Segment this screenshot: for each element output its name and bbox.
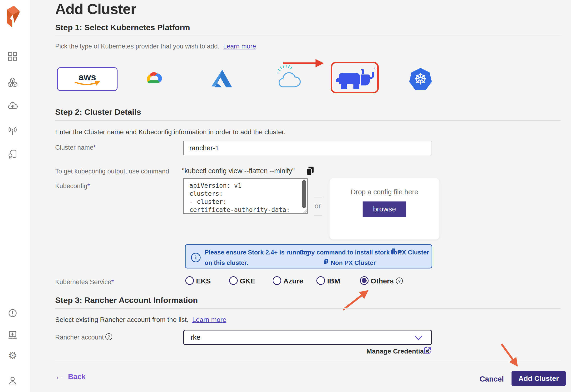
copy-command-icon[interactable] bbox=[305, 166, 315, 176]
sidebar-item-support[interactable] bbox=[7, 330, 18, 341]
rancher-trademark: ® bbox=[374, 67, 375, 70]
kubernetes-service-label: Kubernetes Service* bbox=[55, 279, 114, 286]
step3-heading: Step 3: Rancher Account Information bbox=[55, 295, 198, 305]
radio-gke[interactable] bbox=[229, 276, 238, 285]
kubeconfig-line: - cluster: bbox=[189, 198, 307, 206]
radio-azure[interactable] bbox=[273, 276, 281, 285]
copy-non-px-cluster-icon[interactable] bbox=[323, 258, 329, 265]
kubeconfig-line: apiVersion: v1 bbox=[189, 182, 307, 190]
radio-eks-label[interactable]: EKS bbox=[196, 277, 211, 285]
radio-azure-label[interactable]: Azure bbox=[283, 277, 303, 285]
step3-divider bbox=[55, 308, 560, 309]
kubeconfig-scrollbar[interactable] bbox=[302, 180, 306, 208]
step2-heading: Step 2: Cluster Details bbox=[55, 107, 141, 117]
others-help-icon[interactable]: ? bbox=[396, 278, 403, 284]
aws-icon: aws bbox=[68, 71, 106, 87]
kubeconfig-line: clusters: bbox=[189, 190, 307, 198]
azure-icon bbox=[210, 69, 233, 89]
kubeconfig-textarea[interactable]: apiVersion: v1 clusters: - cluster: cert… bbox=[183, 178, 308, 214]
external-link-icon[interactable] bbox=[423, 346, 432, 355]
page-title: Add Cluster bbox=[55, 0, 136, 17]
back-link[interactable]: ← Back bbox=[55, 373, 86, 381]
add-cluster-button[interactable]: Add Cluster bbox=[511, 371, 566, 386]
manage-credentials-link[interactable]: Manage Credentials bbox=[366, 348, 429, 355]
info-icon: i bbox=[191, 253, 201, 262]
sidebar-item-alerts[interactable] bbox=[7, 308, 18, 318]
kubernetes-icon: ☸ bbox=[414, 68, 427, 90]
or-label: or bbox=[315, 202, 321, 210]
required-marker: * bbox=[93, 144, 96, 151]
dashboard-grid-icon bbox=[7, 51, 18, 62]
radio-others-selected[interactable] bbox=[360, 276, 369, 285]
annotation-arrow-rancher bbox=[281, 57, 330, 69]
cloud-upload-icon bbox=[7, 101, 18, 112]
step1-description-text: Pick the type of Kubernetes provider tha… bbox=[55, 43, 219, 50]
provider-aws[interactable]: aws bbox=[57, 67, 118, 91]
google-cloud-icon bbox=[143, 69, 165, 88]
annotation-arrow-add-cluster bbox=[499, 342, 525, 371]
provider-rancher-selected[interactable]: ® bbox=[331, 62, 379, 93]
sidebar-item-profile[interactable] bbox=[7, 376, 18, 386]
radio-ibm[interactable] bbox=[316, 276, 325, 285]
provider-kubernetes[interactable]: ☸ bbox=[409, 68, 432, 90]
stork-copy-label: Copy command to install stork for: bbox=[299, 249, 402, 256]
cancel-button[interactable]: Cancel bbox=[480, 375, 504, 383]
copy-px-cluster-icon[interactable] bbox=[390, 248, 396, 255]
provider-google-cloud[interactable] bbox=[143, 69, 165, 89]
non-px-cluster-copy-link[interactable]: Non PX Cluster bbox=[331, 259, 376, 266]
rancher-account-value: rke bbox=[191, 333, 201, 341]
rancher-account-label: Rancher account bbox=[55, 334, 104, 341]
cluster-name-input[interactable]: rancher-1 bbox=[183, 141, 432, 155]
sidebar-nav: ⚙ bbox=[0, 0, 30, 392]
required-marker: * bbox=[111, 279, 114, 286]
rancher-account-help-icon[interactable]: ? bbox=[105, 333, 112, 340]
config-drop-zone[interactable]: Drop a config file here browse bbox=[330, 178, 439, 239]
antenna-icon bbox=[7, 126, 18, 136]
sidebar-item-clusters[interactable] bbox=[7, 77, 18, 88]
sidebar-item-settings[interactable]: ⚙ bbox=[7, 350, 18, 361]
px-cluster-copy-link[interactable]: PX Cluster bbox=[398, 249, 429, 256]
back-label: Back bbox=[68, 373, 86, 381]
step1-heading: Step 1: Select Kubernetes Platform bbox=[55, 23, 190, 32]
sidebar-item-licenses[interactable] bbox=[7, 149, 18, 159]
step2-divider bbox=[55, 120, 560, 121]
step1-description: Pick the type of Kubernetes provider tha… bbox=[55, 43, 256, 50]
kubeconfig-label: Kubeconfig* bbox=[55, 182, 90, 190]
laptop-plus-icon bbox=[7, 330, 18, 341]
footer-divider bbox=[55, 361, 560, 361]
stork-notice-line1: Please ensure Stork 2.4+ is running bbox=[205, 249, 309, 256]
stork-notice: i Please ensure Stork 2.4+ is running on… bbox=[185, 244, 432, 268]
sidebar-item-cloud-backup[interactable] bbox=[7, 101, 18, 112]
back-arrow-icon: ← bbox=[55, 373, 62, 381]
or-divider-top bbox=[314, 197, 322, 197]
alert-circle-icon bbox=[7, 308, 18, 318]
sidebar-item-dashboard[interactable] bbox=[7, 51, 18, 62]
kubeconfig-line: certificate-authority-data: bbox=[189, 206, 307, 214]
rancher-account-select[interactable]: rke bbox=[183, 330, 432, 345]
step2-description: Enter the Cluster name and Kubeconfig in… bbox=[55, 128, 286, 136]
radio-gke-label[interactable]: GKE bbox=[240, 277, 255, 285]
browse-button[interactable]: browse bbox=[362, 201, 406, 217]
rancher-icon: ® bbox=[334, 66, 375, 90]
cluster-name-label-text: Cluster name bbox=[55, 144, 93, 151]
kubernetes-service-label-text: Kubernetes Service bbox=[55, 279, 111, 286]
user-icon bbox=[7, 376, 18, 386]
step3-learn-more-link[interactable]: Learn more bbox=[192, 316, 226, 323]
stork-notice-line2: on this cluster. bbox=[205, 259, 248, 266]
required-marker: * bbox=[87, 182, 90, 190]
kubeconfig-label-text: Kubeconfig bbox=[55, 182, 87, 190]
provider-azure[interactable] bbox=[210, 69, 233, 90]
radio-eks[interactable] bbox=[185, 276, 194, 285]
kubeconfig-command-value: "kubectl config view --flatten --minify" bbox=[182, 167, 295, 175]
aws-logo-text: aws bbox=[78, 72, 96, 82]
sidebar-item-monitoring[interactable] bbox=[7, 126, 18, 136]
radio-others-label[interactable]: Others bbox=[371, 277, 394, 285]
or-divider-bottom bbox=[314, 215, 322, 215]
step1-learn-more-link[interactable]: Learn more bbox=[223, 43, 256, 50]
step3-description: Select existing Rancher account from the… bbox=[55, 316, 226, 323]
gear-icon: ⚙ bbox=[8, 350, 17, 361]
radio-ibm-label[interactable]: IBM bbox=[327, 277, 340, 285]
kubeconfig-resize-handle[interactable] bbox=[303, 210, 307, 213]
add-cluster-page: ⚙ Add Cluster Step 1: Select Kubernetes … bbox=[0, 0, 571, 392]
cubes-icon bbox=[7, 77, 18, 88]
